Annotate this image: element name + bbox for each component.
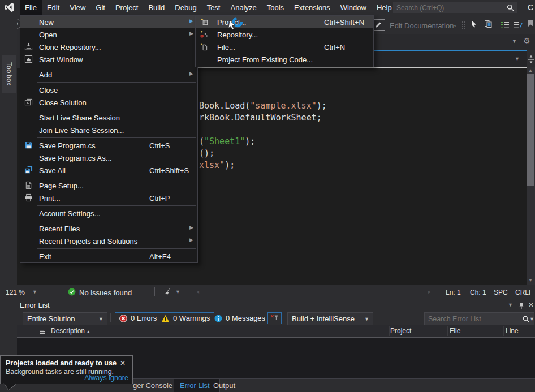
menubar-item-build[interactable]: Build (143, 0, 170, 15)
menu-item-start-live-share-session[interactable]: Start Live Share Session (20, 111, 197, 124)
gear-icon[interactable]: ⚙ (523, 36, 530, 45)
notification-popup: Projects loaded and ready to use Backgro… (0, 355, 133, 384)
filter-button[interactable] (268, 312, 282, 324)
comment-lines-icon[interactable] (514, 21, 523, 31)
search-icon[interactable] (523, 316, 529, 322)
errors-filter-button[interactable]: 0 Errors (115, 312, 161, 324)
menubar-item-git[interactable]: Git (90, 0, 110, 15)
quick-search[interactable] (393, 2, 517, 13)
menu-item-save-all[interactable]: Save AllCtrl+Shift+S (20, 164, 197, 176)
health-check-icon[interactable] (68, 288, 76, 298)
menu-item-save-program-cs[interactable]: Save Program.csCtrl+S (20, 139, 197, 152)
menu-item-add[interactable]: Add▶ (20, 68, 197, 81)
error-search-input[interactable] (425, 315, 523, 323)
copy-structure-icon[interactable] (484, 20, 492, 30)
source-dropdown[interactable]: Build + IntelliSense▼ (287, 312, 373, 325)
menubar-item-file[interactable]: File (20, 0, 42, 15)
menu-item-start-window[interactable]: Start Window (20, 53, 197, 66)
menu-item-close-solution[interactable]: Close Solution (20, 96, 197, 109)
chevron-down-icon[interactable]: ▼ (512, 38, 517, 44)
code-cleanup-broom-icon[interactable] (163, 288, 172, 298)
cleanup-chevron-icon[interactable]: ▼ (175, 289, 180, 295)
notification-title: Projects loaded and ready to use (6, 359, 117, 367)
severity-column-icon[interactable] (40, 328, 46, 338)
menu-item-save-program-cs-as[interactable]: Save Program.cs As... (20, 152, 197, 164)
health-status-label[interactable]: No issues found (79, 288, 132, 297)
account-label[interactable]: C (528, 3, 533, 12)
column-header-description[interactable]: Description ▲ (51, 327, 90, 335)
chevron-down-icon[interactable]: ▼ (515, 56, 520, 62)
scroll-up-icon[interactable]: ▲ (528, 68, 533, 73)
menu-item-label: Project From Existing Code... (217, 55, 313, 64)
menu-item-account-settings[interactable]: Account Settings... (20, 207, 197, 219)
menu-item-label: Start Window (39, 55, 83, 64)
print-icon (24, 193, 33, 203)
zoom-level-select[interactable]: 121 % (6, 288, 25, 296)
menubar-item-window[interactable]: Window (335, 0, 372, 15)
scrollbar-thumb[interactable] (527, 74, 534, 186)
column-divider[interactable] (447, 326, 448, 336)
editor-scrollbar[interactable]: ▲ ▼ (527, 67, 535, 285)
menubar-item-extensions[interactable]: Extensions (289, 0, 335, 15)
code-token: "Sheet1" (204, 136, 245, 147)
next-issue-icon[interactable]: ▸ (428, 288, 431, 295)
column-divider[interactable] (389, 326, 390, 336)
menubar-item-debug[interactable]: Debug (170, 0, 201, 15)
toolbox-label: Toolbox (5, 62, 13, 85)
panel-tab-output[interactable]: Output (208, 379, 248, 392)
menubar-item-edit[interactable]: Edit (42, 0, 64, 15)
menu-item-close[interactable]: Close (20, 84, 197, 96)
chevron-down-icon[interactable]: ▼ (529, 316, 535, 322)
menu-item-label: Save Program.cs (39, 141, 96, 150)
messages-filter-button[interactable]: 0 Messages (210, 312, 269, 324)
code-token: (); (199, 148, 214, 158)
bookmark-icon[interactable] (528, 19, 534, 29)
menu-item-recent-projects-and-solutions[interactable]: Recent Projects and Solutions▶ (20, 235, 197, 247)
error-list-search[interactable]: ▼ (424, 312, 534, 325)
column-divider[interactable] (49, 326, 49, 336)
scope-dropdown[interactable]: Entire Solution▼ (23, 312, 107, 325)
close-notification-icon[interactable]: ✕ (120, 359, 126, 367)
menu-item-recent-files[interactable]: Recent Files▶ (20, 222, 197, 235)
prev-issue-icon[interactable]: ◂ (196, 288, 199, 295)
menu-item-file[interactable]: File...Ctrl+N (196, 41, 373, 53)
column-divider[interactable] (503, 326, 504, 336)
toolbar-grip[interactable] (461, 21, 466, 30)
warnings-filter-button[interactable]: 0 Warnings (157, 312, 214, 324)
menubar-item-analyze[interactable]: Analyze (225, 0, 261, 15)
column-header-project[interactable]: Project (390, 327, 411, 335)
menu-item-exit[interactable]: ExitAlt+F4 (20, 250, 197, 262)
toolbox-tab[interactable]: Toolbox (2, 55, 16, 93)
menu-item-label: Close (39, 86, 58, 94)
zoom-chevron-icon[interactable]: ▼ (32, 289, 37, 295)
menu-item-page-setup[interactable]: Page Setup... (20, 179, 197, 192)
split-editor-button[interactable] (527, 51, 535, 67)
selection-cursor-icon[interactable] (470, 20, 478, 30)
menu-item-project-from-existing-code[interactable]: Project From Existing Code... (196, 53, 373, 66)
panel-menu-chevron-icon[interactable]: ▼ (508, 302, 513, 308)
always-ignore-link[interactable]: Always ignore (84, 374, 128, 382)
chevron-down-icon: ▼ (98, 316, 107, 322)
menu-item-open[interactable]: Open▶ (20, 28, 197, 41)
menu-item-new[interactable]: New▶ (20, 16, 197, 28)
menubar-item-project[interactable]: Project (110, 0, 143, 15)
column-header-file[interactable]: File (450, 327, 460, 335)
toolbar-overflow-icon[interactable]: ⌄ (453, 22, 458, 28)
close-panel-icon[interactable]: ✕ (528, 301, 534, 309)
format-document-icon[interactable] (501, 21, 510, 31)
menu-item-clone-repository[interactable]: Clone Repository... (20, 41, 197, 53)
menubar-item-view[interactable]: View (64, 0, 90, 15)
menu-item-print[interactable]: Print...Ctrl+P (20, 192, 197, 204)
error-icon (119, 315, 127, 322)
menu-item-project[interactable]: Project...Ctrl+Shift+N (196, 16, 373, 28)
menubar-item-tools[interactable]: Tools (262, 0, 289, 15)
search-input[interactable] (393, 4, 507, 12)
pin-icon[interactable] (518, 301, 525, 312)
menubar-item-test[interactable]: Test (202, 0, 226, 15)
search-icon[interactable] (507, 4, 517, 11)
scroll-down-icon[interactable]: ▼ (528, 278, 533, 283)
column-header-line[interactable]: Line (506, 327, 519, 335)
menu-item-join-live-share-session[interactable]: Join Live Share Session... (20, 124, 197, 136)
mouse-cursor-busy-icon (225, 16, 245, 37)
menu-item-repository[interactable]: Repository... (196, 28, 373, 41)
